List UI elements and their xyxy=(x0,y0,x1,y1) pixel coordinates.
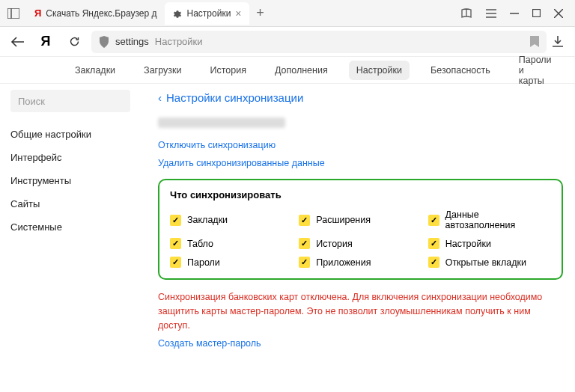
page-title-text: Настройки синхронизации xyxy=(166,91,303,104)
sync-item-autofill: Данные автозаполнения xyxy=(428,209,551,230)
sync-item-passwords: Пароли xyxy=(170,257,293,268)
reader-mode-icon[interactable] xyxy=(460,8,472,19)
checkbox[interactable] xyxy=(428,238,439,249)
checkbox[interactable] xyxy=(170,215,181,226)
settings-content: ‹Настройки синхронизации Отключить синхр… xyxy=(139,84,575,392)
navtab-bookmarks[interactable]: Закладки xyxy=(67,61,123,80)
sidebar-item-sites[interactable]: Сайты xyxy=(10,192,139,215)
sync-label: Данные автозаполнения xyxy=(445,209,551,230)
delete-sync-data-link[interactable]: Удалить синхронизированные данные xyxy=(158,158,563,168)
page-title[interactable]: ‹Настройки синхронизации xyxy=(158,91,563,104)
sync-label: Табло xyxy=(187,239,213,249)
sidebar-item-interface[interactable]: Интерфейс xyxy=(10,146,139,169)
minimize-button[interactable] xyxy=(510,9,519,18)
shield-icon xyxy=(99,36,109,48)
navtab-settings[interactable]: Настройки xyxy=(349,61,410,80)
sidebar-item-tools[interactable]: Инструменты xyxy=(10,169,139,192)
checkbox[interactable] xyxy=(428,257,439,268)
gear-icon xyxy=(172,8,183,19)
address-host: settings xyxy=(115,36,149,47)
sync-item-settings: Настройки xyxy=(428,238,551,249)
navtab-history[interactable]: История xyxy=(202,61,253,80)
sync-options-box: Что синхронизировать Закладки Расширения… xyxy=(158,179,563,280)
checkbox[interactable] xyxy=(299,238,310,249)
address-input[interactable]: settings Настройки xyxy=(91,31,547,53)
sync-label: Пароли xyxy=(187,257,220,268)
reload-button[interactable] xyxy=(63,31,85,53)
sync-label: Закладки xyxy=(187,215,228,225)
sync-heading: Что синхронизировать xyxy=(170,189,551,200)
svg-rect-0 xyxy=(7,8,19,19)
sync-item-open-tabs: Открытые вкладки xyxy=(428,257,551,268)
panel-toggle-icon[interactable] xyxy=(0,0,27,27)
title-bar: Я Скачать Яндекс.Браузер д Настройки × + xyxy=(0,0,575,27)
create-master-password-link[interactable]: Создать мастер-пароль xyxy=(158,338,563,349)
yandex-logo[interactable]: Я xyxy=(34,31,57,53)
search-input[interactable]: Поиск xyxy=(10,90,130,112)
disable-sync-link[interactable]: Отключить синхронизацию xyxy=(158,140,563,150)
tab-label: Скачать Яндекс.Браузер д xyxy=(46,8,156,19)
checkbox[interactable] xyxy=(170,257,181,268)
bookmark-icon[interactable] xyxy=(530,36,539,47)
tab-label: Настройки xyxy=(187,8,231,19)
yandex-icon: Я xyxy=(34,7,41,19)
sync-label: История xyxy=(316,239,352,249)
sync-label: Приложения xyxy=(316,257,371,268)
checkbox[interactable] xyxy=(299,257,310,268)
chevron-left-icon: ‹ xyxy=(158,91,162,104)
new-tab-button[interactable]: + xyxy=(249,5,272,21)
checkbox[interactable] xyxy=(428,215,439,226)
close-button[interactable] xyxy=(554,9,563,18)
sidebar-item-system[interactable]: Системные xyxy=(10,215,139,239)
address-path: Настройки xyxy=(155,36,203,47)
navtab-devices[interactable]: Другие устройства xyxy=(573,55,575,85)
close-icon[interactable]: × xyxy=(235,7,241,19)
cards-sync-warning: Синхронизация банковских карт отключена.… xyxy=(158,290,563,332)
sync-item-tableau: Табло xyxy=(170,238,293,249)
settings-nav: Закладки Загрузки История Дополнения Нас… xyxy=(0,57,575,84)
checkbox[interactable] xyxy=(170,238,181,249)
sync-label: Открытые вкладки xyxy=(445,257,526,268)
tab-settings[interactable]: Настройки × xyxy=(165,2,249,25)
account-email-blurred xyxy=(158,117,285,128)
menu-icon[interactable] xyxy=(486,9,496,18)
search-placeholder: Поиск xyxy=(18,96,45,107)
download-icon[interactable] xyxy=(553,36,563,48)
navtab-addons[interactable]: Дополнения xyxy=(267,61,335,80)
settings-sidebar: Поиск Общие настройки Интерфейс Инструме… xyxy=(0,84,139,392)
back-button[interactable] xyxy=(6,31,28,53)
maximize-button[interactable] xyxy=(532,9,541,17)
sidebar-item-general[interactable]: Общие настройки xyxy=(10,123,139,146)
sync-label: Настройки xyxy=(445,239,491,249)
navtab-security[interactable]: Безопасность xyxy=(423,61,498,80)
address-bar: Я settings Настройки xyxy=(0,27,575,57)
navtab-downloads[interactable]: Загрузки xyxy=(136,61,189,80)
sync-item-bookmarks: Закладки xyxy=(170,209,293,230)
checkbox[interactable] xyxy=(299,215,310,226)
sync-item-history: История xyxy=(299,238,422,249)
sync-label: Расширения xyxy=(316,215,371,225)
sync-item-apps: Приложения xyxy=(299,257,422,268)
svg-rect-6 xyxy=(533,10,541,17)
tab-yandex-download[interactable]: Я Скачать Яндекс.Браузер д xyxy=(27,2,165,25)
sync-item-extensions: Расширения xyxy=(299,209,422,230)
